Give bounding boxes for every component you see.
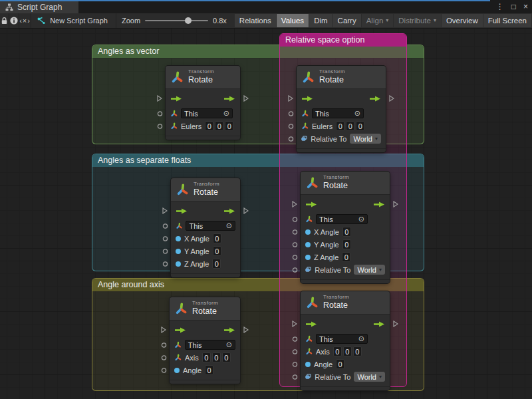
- value-input[interactable]: 0: [342, 227, 351, 237]
- this-field[interactable]: This ⊙: [312, 108, 364, 118]
- value-input[interactable]: 0: [346, 121, 354, 131]
- relations-button[interactable]: Relations: [235, 14, 276, 27]
- node-header[interactable]: Transform Rotate: [301, 291, 390, 315]
- value-input[interactable]: 0: [222, 352, 231, 362]
- node-header[interactable]: Transform Rotate: [297, 66, 386, 89]
- value-input[interactable]: 0: [336, 121, 344, 131]
- value-input-port[interactable]: [292, 267, 298, 273]
- overview-button[interactable]: Overview: [442, 14, 483, 27]
- flow-output-port[interactable]: [389, 95, 394, 102]
- target-picker-icon[interactable]: ⊙: [226, 340, 232, 349]
- flow-input-port[interactable]: [292, 321, 297, 327]
- menu-dots-icon[interactable]: ⋮: [496, 2, 504, 11]
- value-input-port[interactable]: [162, 235, 168, 241]
- value-input[interactable]: 0: [205, 121, 213, 131]
- group-header[interactable]: Relative space option: [280, 34, 406, 47]
- value-input[interactable]: 0: [212, 259, 221, 269]
- target-picker-icon[interactable]: ⊙: [226, 221, 232, 230]
- flow-output-port[interactable]: [243, 207, 249, 214]
- value-input[interactable]: 0: [342, 252, 350, 262]
- graph-name-button[interactable]: New Script Graph: [31, 13, 116, 28]
- flow-input-port[interactable]: [161, 327, 166, 333]
- value-input-port[interactable]: [292, 241, 298, 247]
- flow-output-port[interactable]: [393, 201, 398, 207]
- target-picker-icon[interactable]: ⊙: [358, 334, 364, 343]
- flow-input-port[interactable]: [292, 201, 297, 207]
- node-header[interactable]: Transform Rotate: [166, 66, 240, 89]
- relative-to-dropdown[interactable]: World ▾: [354, 372, 385, 382]
- flow-output-port[interactable]: [243, 327, 249, 333]
- zoom-slider-handle[interactable]: [185, 17, 192, 24]
- node-header[interactable]: Transform Rotate: [170, 297, 240, 321]
- value-input[interactable]: 0: [213, 233, 221, 243]
- value-input-port[interactable]: [157, 123, 163, 129]
- value-input-port[interactable]: [292, 374, 298, 380]
- flow-input-port[interactable]: [162, 207, 168, 214]
- value-input-port[interactable]: [162, 248, 168, 254]
- node-rotate-axis-angle[interactable]: Transform Rotate: [170, 297, 240, 384]
- node-rotate-xyz-relative[interactable]: Transform Rotate: [301, 172, 390, 283]
- node-rotate-eulers-relative[interactable]: Transform Rotate: [297, 66, 386, 152]
- value-input-port[interactable]: [162, 261, 168, 267]
- distribute-dropdown[interactable]: Distribute ▾: [394, 14, 441, 27]
- close-icon[interactable]: ×: [523, 2, 528, 11]
- this-field[interactable]: This ⊙: [316, 334, 368, 344]
- tab-script-graph[interactable]: Script Graph: [0, 1, 78, 13]
- flow-input-port[interactable]: [157, 95, 162, 102]
- value-input[interactable]: 0: [225, 121, 233, 131]
- info-button[interactable]: [9, 13, 19, 28]
- value-input-port[interactable]: [288, 123, 294, 129]
- node-rotate-axis-angle-relative[interactable]: Transform Rotate: [301, 291, 390, 390]
- value-input[interactable]: 0: [215, 121, 223, 131]
- value-input-port[interactable]: [157, 110, 163, 116]
- zoom-slider[interactable]: [145, 20, 208, 21]
- value-input-port[interactable]: [292, 348, 298, 354]
- value-input-port[interactable]: [292, 361, 298, 367]
- value-input[interactable]: 0: [205, 365, 213, 375]
- value-input-port[interactable]: [292, 216, 298, 222]
- fullscreen-button[interactable]: Full Screen: [483, 14, 531, 27]
- code-preview-toggle[interactable]: ‹×›: [19, 13, 31, 28]
- value-input-port[interactable]: [288, 110, 294, 116]
- target-picker-icon[interactable]: ⊙: [358, 215, 364, 223]
- value-input[interactable]: 0: [202, 352, 211, 362]
- this-field[interactable]: This ⊙: [186, 221, 235, 231]
- values-button[interactable]: Values: [277, 14, 309, 27]
- this-field[interactable]: This ⊙: [185, 340, 235, 350]
- value-input-port[interactable]: [161, 367, 167, 373]
- value-input[interactable]: 0: [336, 359, 344, 369]
- value-input[interactable]: 0: [353, 346, 362, 356]
- flow-output-port[interactable]: [393, 321, 398, 327]
- node-rotate-eulers[interactable]: Transform Rotate: [166, 66, 240, 140]
- value-input-port[interactable]: [292, 254, 298, 260]
- value-input[interactable]: 0: [333, 346, 342, 356]
- value-input[interactable]: 0: [212, 352, 221, 362]
- carry-button[interactable]: Carry: [333, 14, 361, 27]
- align-dropdown[interactable]: Align ▾: [362, 14, 394, 27]
- value-input-port[interactable]: [292, 229, 298, 235]
- value-input-port[interactable]: [292, 336, 298, 342]
- value-input-port[interactable]: [288, 136, 294, 142]
- dim-button[interactable]: Dim: [309, 14, 332, 27]
- graph-canvas[interactable]: Angles as vector Angles as separate floa…: [0, 29, 532, 399]
- value-input[interactable]: 0: [343, 346, 352, 356]
- node-header[interactable]: Transform Rotate: [171, 178, 240, 201]
- value-input[interactable]: 0: [356, 121, 364, 131]
- flow-output-port[interactable]: [243, 95, 249, 102]
- target-picker-icon[interactable]: ⊙: [354, 109, 360, 118]
- flow-input-port[interactable]: [288, 95, 293, 102]
- value-input[interactable]: 0: [342, 239, 351, 249]
- this-field[interactable]: This ⊙: [316, 214, 368, 224]
- lock-button[interactable]: [0, 13, 9, 28]
- relative-to-dropdown[interactable]: World ▾: [350, 134, 381, 144]
- value-input-port[interactable]: [162, 223, 168, 229]
- relative-to-dropdown[interactable]: World ▾: [354, 265, 385, 275]
- node-header[interactable]: Transform Rotate: [301, 172, 390, 195]
- node-rotate-xyz[interactable]: Transform Rotate: [171, 178, 240, 277]
- maximize-icon[interactable]: □: [511, 2, 516, 11]
- value-input-port[interactable]: [161, 354, 167, 360]
- target-picker-icon[interactable]: ⊙: [223, 109, 229, 118]
- this-field[interactable]: This ⊙: [181, 108, 233, 118]
- value-input[interactable]: 0: [213, 246, 221, 256]
- value-input-port[interactable]: [161, 342, 167, 348]
